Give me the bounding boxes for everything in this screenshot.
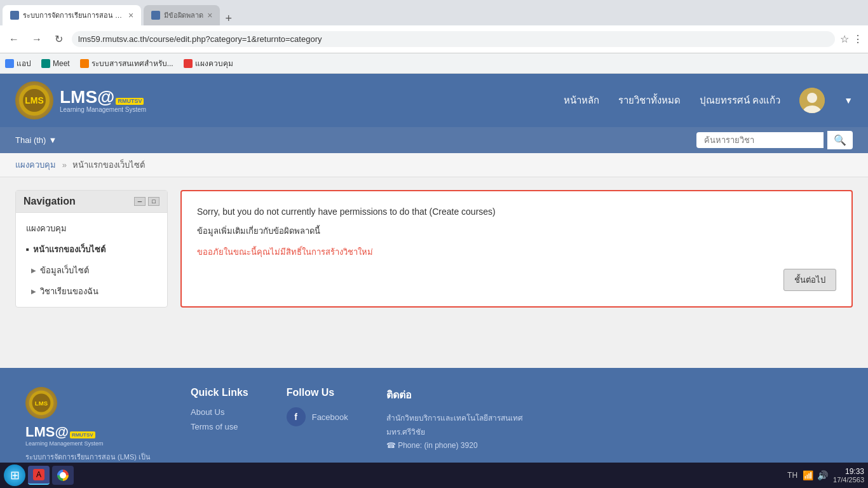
taskbar: ⊞ A TH 📶 🔊 19:33 17/4/2563 bbox=[0, 463, 868, 488]
tab-1[interactable]: ระบบการจัดการเรียนการสอน มหาวิทย... × bbox=[3, 5, 141, 25]
breadcrumb-separator: » bbox=[62, 160, 67, 170]
taskbar-clock: 19:33 17/4/2563 bbox=[833, 467, 864, 484]
refresh-button[interactable]: ↻ bbox=[51, 32, 67, 46]
bookmark-sis[interactable]: ระบบสารสนเทศสำหรับ... bbox=[80, 57, 173, 69]
nav-item-mycourses[interactable]: ▶ วิชาเรียนของฉัน bbox=[16, 281, 167, 302]
address-actions: ☆ ⋮ bbox=[840, 33, 863, 45]
bookmark-apps-label: แอป bbox=[17, 57, 31, 69]
contact-line-2: มทร.ศรีวิชัย bbox=[386, 428, 425, 437]
logo-subtitle: Learning Management System bbox=[60, 106, 146, 113]
back-button[interactable]: ← bbox=[5, 32, 23, 46]
logo-lms-text: LMS@ bbox=[60, 88, 114, 106]
bookmark-apps[interactable]: แอป bbox=[5, 57, 31, 69]
footer-contact-title: ติดต่อ bbox=[386, 387, 523, 403]
breadcrumb: แผงควบคุม » หน้าแรกของเว็บไซต์ bbox=[0, 153, 868, 177]
footer-logo: LMS LMS@ RMUTSV Learning Management Syst… bbox=[25, 387, 153, 473]
search-area: 🔍 bbox=[696, 131, 853, 149]
browser-chrome: ระบบการจัดการเรียนการสอน มหาวิทย... × มี… bbox=[0, 0, 868, 74]
lang-selector[interactable]: Thai (th) ▼ bbox=[15, 135, 57, 145]
footer-logo-icon: LMS bbox=[25, 387, 57, 419]
user-avatar[interactable] bbox=[799, 88, 825, 113]
svg-text:LMS: LMS bbox=[35, 400, 48, 407]
tab-2[interactable]: มีข้อผิดพลาด × bbox=[144, 5, 220, 25]
network-icon: 📶 bbox=[803, 470, 813, 480]
breadcrumb-current: หน้าแรกของเว็บไซต์ bbox=[72, 160, 145, 170]
nav-item-dashboard-label: แผงควบคุม bbox=[26, 222, 67, 235]
lang-bar: Thai (th) ▼ 🔍 bbox=[0, 127, 868, 153]
address-input[interactable] bbox=[72, 31, 835, 47]
forward-button[interactable]: → bbox=[28, 32, 46, 46]
bookmark-sis-label: ระบบสารสนเทศสำหรับ... bbox=[92, 57, 173, 69]
bookmark-meet[interactable]: Meet bbox=[41, 59, 70, 68]
taskbar-app-1[interactable]: A bbox=[28, 466, 50, 485]
footer-link-about[interactable]: About Us bbox=[191, 407, 248, 417]
main-content: Navigation ─ □ แผงควบคุม หน้าแรกของเว็บไ… bbox=[0, 177, 868, 368]
footer-follow-title: Follow Us bbox=[287, 387, 348, 398]
contact-line-1: สำนักวิทยบริการและเทคโนโลยีสารสนเทศ bbox=[386, 414, 523, 423]
footer-inner: LMS LMS@ RMUTSV Learning Management Syst… bbox=[25, 387, 843, 473]
facebook-label: Facebook bbox=[312, 412, 348, 422]
lang-label: Thai (th) bbox=[15, 135, 46, 145]
breadcrumb-dashboard[interactable]: แผงควบคุม bbox=[15, 160, 56, 170]
taskbar-app-chrome[interactable] bbox=[52, 466, 74, 485]
tab-1-title: ระบบการจัดการเรียนการสอน มหาวิทย... bbox=[23, 10, 125, 21]
logo-icon: LMS bbox=[15, 81, 53, 119]
nav-panel-items: แผงควบคุม หน้าแรกของเว็บไซต์ ▶ ข้อมูลเว็… bbox=[16, 213, 167, 307]
footer-contact: ติดต่อ สำนักวิทยบริการและเทคโนโลยีสารสนเ… bbox=[386, 387, 523, 453]
nav-panel-expand[interactable]: □ bbox=[148, 197, 159, 206]
nav-item-siteinfo-label: ข้อมูลเว็บไซต์ bbox=[40, 264, 89, 277]
menu-icon[interactable]: ⋮ bbox=[853, 33, 863, 45]
tab-bar: ระบบการจัดการเรียนการสอน มหาวิทย... × มี… bbox=[0, 0, 868, 25]
navigation-panel: Navigation ─ □ แผงควบคุม หน้าแรกของเว็บไ… bbox=[15, 190, 168, 308]
footer-contact-text: สำนักวิทยบริการและเทคโนโลยีสารสนเทศ มทร.… bbox=[386, 412, 523, 453]
user-dropdown-arrow[interactable]: ▼ bbox=[844, 95, 853, 105]
error-main-message: Sorry, but you do not currently have per… bbox=[197, 207, 836, 217]
start-button[interactable]: ⊞ bbox=[4, 464, 25, 486]
nav-panel-title: Navigation bbox=[24, 196, 76, 207]
bookmark-meet-label: Meet bbox=[53, 59, 70, 68]
taskbar-icons: 📶 🔊 bbox=[803, 470, 828, 480]
error-box: Sorry, but you do not currently have per… bbox=[180, 190, 853, 308]
footer-logo-rmutsv: RMUTSV bbox=[70, 431, 95, 438]
bookmarks-bar: แอป Meet ระบบสารสนเทศสำหรับ... แผงควบคุม bbox=[0, 53, 868, 74]
svg-text:LMS: LMS bbox=[25, 95, 44, 105]
tab-2-close[interactable]: × bbox=[207, 11, 212, 20]
taskbar-time: 19:33 bbox=[833, 467, 864, 476]
nav-arrow-mycourses: ▶ bbox=[31, 288, 36, 295]
header-nav: หน้าหลัก รายวิชาทั้งหมด ปุณยทรรศน์ คงแก้… bbox=[564, 88, 853, 113]
bookmark-dashboard[interactable]: แผงควบคุม bbox=[184, 57, 233, 69]
tab-2-title: มีข้อผิดพลาด bbox=[164, 10, 203, 21]
continue-button[interactable]: ชั้นต่อไป bbox=[783, 269, 836, 291]
facebook-icon: f bbox=[287, 407, 306, 426]
search-button[interactable]: 🔍 bbox=[827, 131, 853, 149]
new-tab-button[interactable]: + bbox=[220, 12, 237, 25]
footer-logo-lms: LMS@ bbox=[25, 424, 69, 440]
nav-user[interactable]: ปุณยทรรศน์ คงแก้ว bbox=[700, 93, 780, 108]
nav-item-home[interactable]: หน้าแรกของเว็บไซต์ bbox=[16, 239, 167, 260]
nav-courses[interactable]: รายวิชาทั้งหมด bbox=[618, 93, 681, 108]
footer-follow-us: Follow Us f Facebook bbox=[287, 387, 348, 433]
nav-item-siteinfo[interactable]: ▶ ข้อมูลเว็บไซต์ bbox=[16, 260, 167, 281]
tab-1-close[interactable]: × bbox=[128, 11, 133, 20]
nav-home[interactable]: หน้าหลัก bbox=[564, 93, 599, 108]
nav-panel-minimize[interactable]: ─ bbox=[134, 197, 146, 206]
error-more-info: ข้อมูลเพิ่มเติมเกี่ยวกับข้อผิดพลาดนี้ bbox=[197, 224, 836, 238]
lang-dropdown-icon: ▼ bbox=[48, 135, 57, 145]
nav-arrow-siteinfo: ▶ bbox=[31, 267, 36, 274]
footer-logo-text-row: LMS@ RMUTSV bbox=[25, 424, 153, 440]
footer-link-terms[interactable]: Terms of use bbox=[191, 422, 248, 431]
site-header: LMS LMS@ RMUTSV Learning Management Syst… bbox=[0, 74, 868, 127]
footer-facebook[interactable]: f Facebook bbox=[287, 407, 348, 426]
bookmark-icon[interactable]: ☆ bbox=[840, 33, 849, 45]
footer-quick-links: Quick Links About Us Terms of use bbox=[191, 387, 248, 437]
logo-area: LMS LMS@ RMUTSV Learning Management Syst… bbox=[15, 81, 146, 119]
nav-panel-header: Navigation ─ □ bbox=[16, 191, 167, 213]
nav-item-mycourses-label: วิชาเรียนของฉัน bbox=[40, 285, 98, 298]
chrome-icon bbox=[57, 470, 69, 481]
bookmark-dashboard-label: แผงควบคุม bbox=[195, 57, 233, 69]
search-input[interactable] bbox=[696, 132, 824, 148]
nav-panel-controls: ─ □ bbox=[134, 197, 159, 206]
address-bar: ← → ↻ ☆ ⋮ bbox=[0, 25, 868, 53]
nav-item-dashboard[interactable]: แผงควบคุม bbox=[16, 218, 167, 239]
volume-icon: 🔊 bbox=[817, 470, 828, 480]
